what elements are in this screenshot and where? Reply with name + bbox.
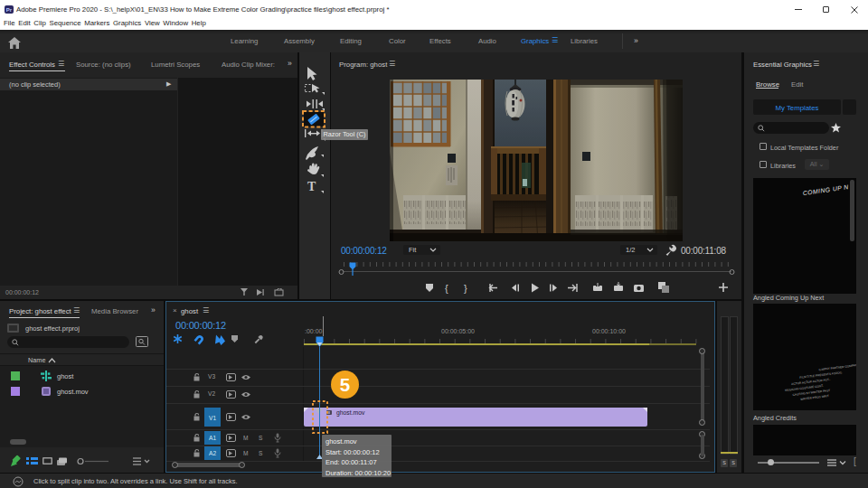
svg-text:}: } <box>464 283 467 294</box>
svg-text:T: T <box>307 180 316 193</box>
svg-text:{: { <box>445 283 448 294</box>
